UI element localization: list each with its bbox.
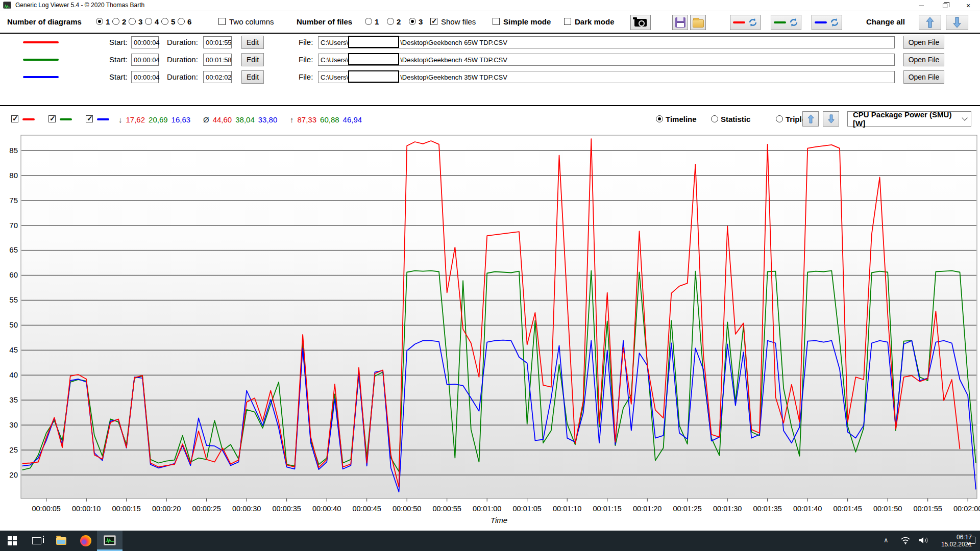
x-tick-label: 00:00:15 <box>112 505 140 513</box>
avg-value-red: 44,60 <box>213 115 232 124</box>
restore-button[interactable] <box>933 0 957 11</box>
view-radio-triple[interactable] <box>776 115 783 122</box>
x-tick-label: 00:00:45 <box>352 505 381 513</box>
diagrams-radio-4[interactable] <box>145 18 152 25</box>
minimize-button[interactable] <box>910 0 933 11</box>
diagrams-radio-5[interactable] <box>161 18 168 25</box>
y-tick-label: 45 <box>9 345 18 354</box>
files-radio-2[interactable] <box>387 18 394 25</box>
duration-label: Duration: <box>167 72 198 81</box>
max-value-green: 60,88 <box>320 115 339 124</box>
x-tick-label: 00:01:05 <box>512 505 541 513</box>
open-file-button[interactable]: Open File <box>903 53 944 66</box>
duration-field[interactable]: 00:02:02 <box>203 71 232 83</box>
x-tick-label: 00:00:20 <box>152 505 181 513</box>
channel-dropdown-value: CPU Package Power (SMU) [W] <box>853 110 962 128</box>
series-green-dash-icon <box>60 118 72 120</box>
edit-button[interactable]: Edit <box>241 36 264 49</box>
firefox-button[interactable] <box>80 535 92 547</box>
channel-down-button[interactable] <box>823 111 839 127</box>
diagrams-radio-2[interactable] <box>112 18 119 25</box>
edit-button[interactable]: Edit <box>241 70 264 84</box>
diagrams-radio-1[interactable] <box>96 18 103 25</box>
file-path-field[interactable]: C:\Users\ \Desktop\Geekbench 45W TDP.CSV <box>318 54 895 66</box>
start-field[interactable]: 00:00:04 <box>131 54 159 66</box>
channel-up-button[interactable] <box>802 111 819 127</box>
username-redaction-box <box>348 36 399 48</box>
file-path-field[interactable]: C:\Users\ \Desktop\Geekbench 65W TDP.CSV <box>318 36 895 48</box>
dark-mode-checkbox[interactable] <box>564 18 571 25</box>
series-blue-line-icon <box>23 76 59 78</box>
toggle-green-checkbox[interactable] <box>48 115 56 122</box>
firefox-icon <box>80 535 91 546</box>
start-field[interactable]: 00:00:04 <box>131 36 159 48</box>
series-red-line-icon <box>23 41 59 43</box>
task-view-button[interactable] <box>31 535 43 547</box>
reload-file-3-button[interactable] <box>812 15 842 30</box>
chart-control-row: ↓ 17,62 20,69 16,63 Ø 44,60 38,04 33,80 … <box>0 106 980 132</box>
x-tick-label: 00:01:45 <box>833 505 862 513</box>
series-red-dash-icon <box>22 118 35 120</box>
max-value-red: 87,33 <box>298 115 317 124</box>
edit-button[interactable]: Edit <box>241 53 264 66</box>
window-title: Generic Log Viewer 5.4 - © 2020 Thomas B… <box>15 2 144 9</box>
arrow-up-icon <box>807 114 814 124</box>
x-axis-title: Time <box>491 516 507 524</box>
close-button[interactable]: × <box>957 0 980 11</box>
open-file-button[interactable]: Open File <box>903 36 944 49</box>
two-columns-checkbox[interactable] <box>218 18 226 25</box>
toolbar: Number of diagrams 1 2 3 4 5 6 Two colum… <box>0 11 980 34</box>
chevron-down-icon <box>962 115 968 120</box>
volume-icon[interactable] <box>919 536 930 546</box>
file-label: File: <box>299 55 313 64</box>
change-all-up-button[interactable] <box>919 15 941 30</box>
reload-file-2-button[interactable] <box>771 15 801 30</box>
view-radio-statistic-label: Statistic <box>721 115 750 123</box>
title-bar: Generic Log Viewer 5.4 - © 2020 Thomas B… <box>0 0 980 11</box>
series-green-line-icon <box>23 59 59 61</box>
open-file-button[interactable]: Open File <box>903 70 944 84</box>
reload-file-1-button[interactable] <box>730 15 761 30</box>
y-tick-label: 65 <box>9 245 18 254</box>
duration-field[interactable]: 00:01:55 <box>203 36 232 48</box>
log-viewer-taskbar-button[interactable] <box>97 531 122 551</box>
file-label: File: <box>299 38 313 46</box>
channel-dropdown[interactable]: CPU Package Power (SMU) [W] <box>847 111 971 127</box>
file-path-suffix: \Desktop\Geekbench 45W TDP.CSV <box>400 56 507 64</box>
diagrams-label: Number of diagrams <box>7 17 82 26</box>
task-view-icon <box>32 537 41 544</box>
show-files-checkbox[interactable] <box>430 18 437 25</box>
screenshot-button[interactable] <box>630 15 651 30</box>
diagrams-radio-6[interactable] <box>178 18 185 25</box>
start-icon <box>8 536 17 545</box>
action-center-button[interactable] <box>967 537 975 544</box>
x-tick-label: 00:01:25 <box>673 505 701 513</box>
tray-chevron-icon[interactable]: ∧ <box>884 536 889 544</box>
series-red-dash-icon <box>733 21 745 23</box>
diagrams-radio-3[interactable] <box>129 18 136 25</box>
duration-field[interactable]: 00:01:58 <box>203 54 232 66</box>
diagrams-radio-5-label: 5 <box>171 17 175 26</box>
view-radio-timeline[interactable] <box>656 115 663 122</box>
file-path-prefix: C:\Users\ <box>321 39 348 46</box>
file-path-suffix: \Desktop\Geekbench 35W TDP.CSV <box>400 73 507 81</box>
files-radio-1[interactable] <box>365 18 372 25</box>
files-radio-2-label: 2 <box>397 17 401 26</box>
view-radio-statistic[interactable] <box>711 115 718 122</box>
toggle-red-checkbox[interactable] <box>11 115 18 122</box>
x-tick-label: 00:00:05 <box>32 505 60 513</box>
app-window-icon <box>3 2 11 9</box>
start-field[interactable]: 00:00:04 <box>131 71 159 83</box>
simple-mode-checkbox[interactable] <box>493 18 500 25</box>
start-button[interactable] <box>6 535 18 547</box>
file-path-field[interactable]: C:\Users\ \Desktop\Geekbench 35W TDP.CSV <box>318 71 895 83</box>
change-all-down-button[interactable] <box>946 15 968 30</box>
files-radio-3[interactable] <box>409 18 416 25</box>
toggle-blue-checkbox[interactable] <box>86 115 93 122</box>
save-button[interactable] <box>672 15 688 30</box>
min-icon: ↓ <box>118 115 122 124</box>
x-tick-label: 00:01:55 <box>913 505 942 513</box>
wifi-icon[interactable] <box>900 536 911 546</box>
file-explorer-button[interactable] <box>55 535 67 547</box>
open-folder-button[interactable] <box>690 15 706 30</box>
